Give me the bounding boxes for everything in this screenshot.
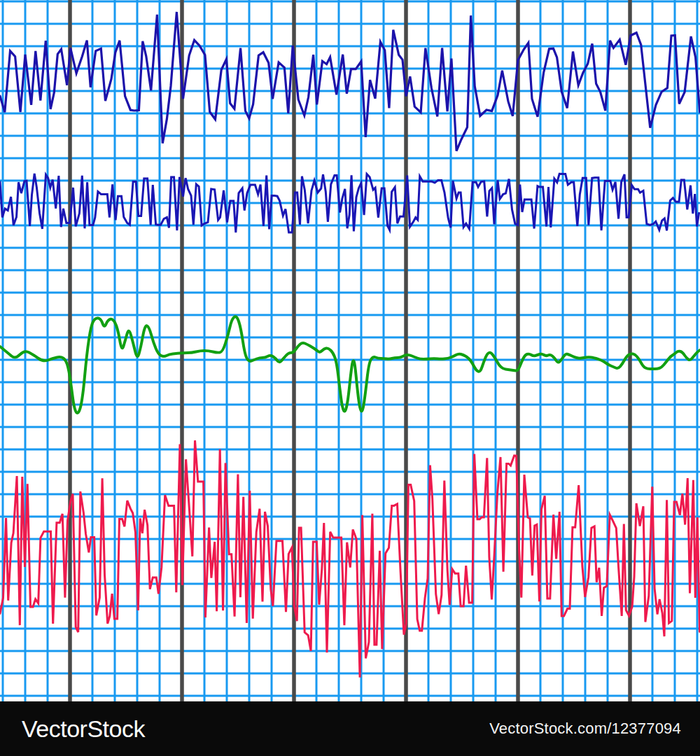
stock-url-text: VectorStock.com/12377094 [489, 721, 681, 736]
brand-text: VectorStock [22, 717, 145, 741]
watermark-bar: VectorStock VectorStock.com/12377094 [0, 701, 700, 756]
graph-paper [0, 0, 700, 701]
stock-image-canvas: VectorStock VectorStock.com/12377094 [0, 0, 700, 756]
